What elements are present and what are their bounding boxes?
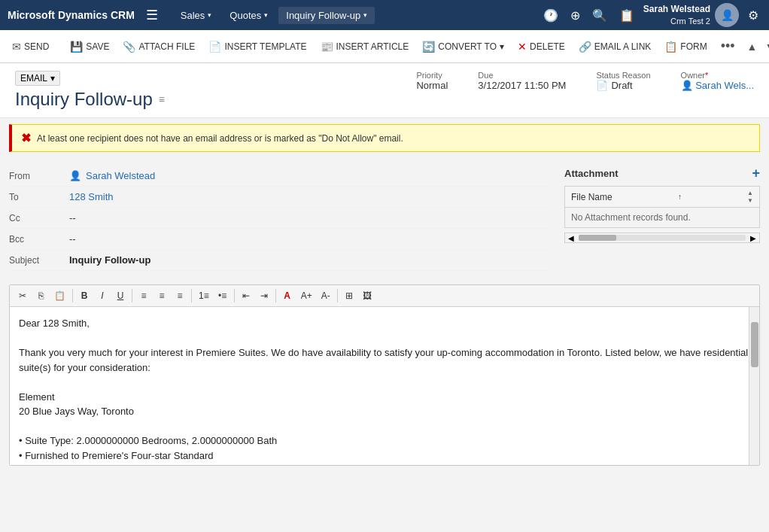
action-toolbar: ✉ SEND 💾 SAVE 📎 ATTACH FILE 📄 INSERT TEM… <box>0 30 769 63</box>
to-label: To <box>9 192 69 202</box>
nav-quotes[interactable]: Quotes ▾ <box>222 7 275 24</box>
insert-article-button[interactable]: 📰 INSERT ARTICLE <box>315 36 415 57</box>
editor-scroll-thumb <box>751 322 758 367</box>
template-icon: 📄 <box>208 41 221 53</box>
settings-icon[interactable]: ⚙ <box>745 5 761 26</box>
clock-icon[interactable]: 🕐 <box>540 5 561 26</box>
scroll-up-btn[interactable]: ▲ <box>747 190 753 197</box>
scroll-thumb <box>579 235 616 241</box>
save-label: SAVE <box>86 41 109 52</box>
nav-inquiry-chevron: ▾ <box>363 11 367 19</box>
save-icon: 💾 <box>70 41 83 53</box>
edit-title-icon[interactable]: ≡ <box>159 93 165 105</box>
copy-button[interactable]: ⎘ <box>32 288 49 303</box>
insert-template-button[interactable]: 📄 INSERT TEMPLATE <box>202 36 312 57</box>
attachment-scrollbar[interactable]: ◀ ▶ <box>564 233 760 243</box>
from-label: From <box>9 171 69 181</box>
editor-line-4: 20 Blue Jays Way, Toronto <box>19 404 750 419</box>
plus-circle-icon[interactable]: ⊕ <box>567 5 583 26</box>
article-icon: 📰 <box>321 41 333 53</box>
email-form: From 👤 Sarah Welstead To 128 Smith Cc --… <box>0 158 769 278</box>
contact-icon[interactable]: 📋 <box>616 5 637 26</box>
email-title-text: Inquiry Follow-up <box>15 89 153 110</box>
align-center-button[interactable]: ≡ <box>153 288 170 303</box>
link-icon: 🔗 <box>579 41 591 53</box>
editor-scrollbar[interactable] <box>749 307 759 465</box>
send-button[interactable]: ✉ SEND <box>6 36 55 57</box>
unordered-list-button[interactable]: •≡ <box>214 288 231 303</box>
nav-up-arrow[interactable]: ▲ <box>744 39 761 54</box>
attachment-empty-message: No Attachment records found. <box>564 208 760 228</box>
scroll-down-btn[interactable]: ▼ <box>747 197 753 205</box>
delete-button[interactable]: ✕ DELETE <box>512 36 571 57</box>
file-name-label: File Name <box>571 192 612 202</box>
hamburger-menu[interactable]: ☰ <box>146 7 158 23</box>
font-size-decrease-button[interactable]: A- <box>318 288 334 303</box>
editor-line-1: Dear 128 Smith, <box>19 316 750 331</box>
from-person-icon: 👤 <box>69 170 81 181</box>
nav-inquiry[interactable]: Inquiry Follow-up ▾ <box>278 7 375 24</box>
owner-value[interactable]: 👤 Sarah Wels... <box>681 80 754 91</box>
user-org: Crm Test 2 <box>643 16 710 26</box>
to-row: To 128 Smith <box>9 187 549 208</box>
to-value[interactable]: 128 Smith <box>69 191 114 202</box>
editor-sep-6 <box>337 289 338 302</box>
form-button[interactable]: 📋 FORM <box>658 36 713 57</box>
email-link-label: EMAIL A LINK <box>594 41 652 52</box>
insert-image-button[interactable]: 🖼 <box>359 288 375 303</box>
scroll-right-button[interactable]: ▶ <box>747 234 759 242</box>
cc-value[interactable]: -- <box>69 212 76 223</box>
editor-content[interactable]: Dear 128 Smith, Thank you very much for … <box>10 307 759 465</box>
owner-field: Owner* 👤 Sarah Wels... <box>681 71 754 91</box>
delete-label: DELETE <box>530 41 565 52</box>
bold-button[interactable]: B <box>76 288 93 303</box>
editor-content-wrapper: Dear 128 Smith, Thank you very much for … <box>10 307 759 465</box>
font-color-button[interactable]: A <box>279 288 296 303</box>
attach-file-button[interactable]: 📎 ATTACH FILE <box>117 36 201 57</box>
insert-article-label: INSERT ARTICLE <box>336 41 409 52</box>
insert-table-button[interactable]: ⊞ <box>341 288 357 303</box>
editor-line-6: • Furnished to Premiere's Four-star Stan… <box>19 448 750 464</box>
email-title-row: Inquiry Follow-up ≡ <box>15 89 416 110</box>
ordered-list-button[interactable]: 1≡ <box>195 288 213 303</box>
form-icon: 📋 <box>664 41 677 53</box>
owner-label: Owner* <box>681 71 754 80</box>
nav-quotes-chevron: ▾ <box>264 11 268 19</box>
user-avatar[interactable]: 👤 <box>715 3 739 27</box>
email-type-badge[interactable]: EMAIL ▾ <box>15 71 60 86</box>
nav-inquiry-label: Inquiry Follow-up <box>286 10 360 21</box>
align-left-button[interactable]: ≡ <box>135 288 152 303</box>
status-field: Status Reason 📄 Draft <box>596 71 650 91</box>
italic-button[interactable]: I <box>94 288 111 303</box>
email-link-button[interactable]: 🔗 EMAIL A LINK <box>573 36 658 57</box>
more-options-button[interactable]: ••• <box>715 35 741 57</box>
editor-line-7: • Fully Equipped Kitchen (pots, pans, co… <box>19 463 750 465</box>
editor-sep-2 <box>132 289 132 302</box>
subject-value[interactable]: Inquiry Follow-up <box>69 254 150 266</box>
warning-text: At least one recipient does not have an … <box>37 133 403 144</box>
warning-bar: ✖ At least one recipient does not have a… <box>9 124 760 152</box>
priority-field: Priority Normal <box>416 71 448 91</box>
underline-button[interactable]: U <box>112 288 129 303</box>
convert-to-button[interactable]: 🔄 CONVERT TO ▾ <box>416 36 510 57</box>
add-attachment-button[interactable]: + <box>752 166 760 181</box>
email-header-area: EMAIL ▾ Inquiry Follow-up ≡ Priority Nor… <box>0 63 769 118</box>
nav-down-arrow[interactable]: ▼ <box>761 39 769 54</box>
status-value: 📄 Draft <box>596 80 650 91</box>
scroll-left-button[interactable]: ◀ <box>565 234 577 242</box>
nav-menu: Sales ▾ Quotes ▾ Inquiry Follow-up ▾ <box>173 7 540 24</box>
outdent-button[interactable]: ⇤ <box>238 288 254 303</box>
search-icon[interactable]: 🔍 <box>589 5 610 26</box>
bcc-value[interactable]: -- <box>69 233 76 245</box>
paste-button[interactable]: 📋 <box>50 288 69 303</box>
align-right-button[interactable]: ≡ <box>172 288 188 303</box>
font-size-increase-button[interactable]: A+ <box>297 288 316 303</box>
from-value[interactable]: 👤 Sarah Welstead <box>69 170 155 181</box>
nav-sales[interactable]: Sales ▾ <box>173 7 220 24</box>
indent-button[interactable]: ⇥ <box>256 288 272 303</box>
delete-icon: ✕ <box>518 41 527 53</box>
save-button[interactable]: 💾 SAVE <box>64 36 115 57</box>
file-name-sort-icon[interactable]: ↑ <box>678 193 682 201</box>
subject-row: Subject Inquiry Follow-up <box>9 250 549 271</box>
cut-button[interactable]: ✂ <box>14 288 31 303</box>
